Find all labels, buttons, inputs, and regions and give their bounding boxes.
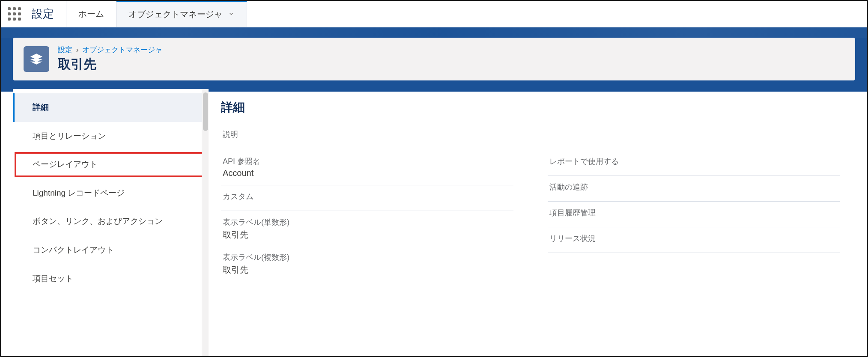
right-field-2: 項目履歴管理 xyxy=(548,202,840,227)
sidebar-item-2[interactable]: ページレイアウト xyxy=(13,150,205,179)
right-field-3: リリース状況 xyxy=(548,227,840,253)
breadcrumb: 設定 › オブジェクトマネージャ xyxy=(58,45,162,55)
blue-decorative-band xyxy=(1,27,867,38)
main-content: 詳細 説明 API 参照名Accountカスタム表示ラベル(単数形)取引先表示ラ… xyxy=(206,89,855,356)
header-text: 設定 › オブジェクトマネージャ 取引先 xyxy=(58,45,162,73)
scrollbar[interactable] xyxy=(202,89,209,356)
field-label: レポートで使用する xyxy=(549,156,838,167)
body: 詳細項目とリレーションページレイアウトLightning レコードページボタン、… xyxy=(1,89,867,356)
field-label: 活動の追跡 xyxy=(549,182,838,192)
sidebar-item-3[interactable]: Lightning レコードページ xyxy=(13,179,205,208)
scrollbar-thumb[interactable] xyxy=(203,92,208,131)
sidebar-item-6[interactable]: 項目セット xyxy=(13,265,205,293)
header-wrap: 設定 › オブジェクトマネージャ 取引先 xyxy=(1,38,867,80)
sidebar-item-5[interactable]: コンパクトレイアウト xyxy=(13,236,205,265)
field-label: 項目履歴管理 xyxy=(549,208,838,218)
breadcrumb-root[interactable]: 設定 xyxy=(58,46,72,54)
field-column-left: API 参照名Accountカスタム表示ラベル(単数形)取引先表示ラベル(複数形… xyxy=(221,150,513,281)
main-heading: 詳細 xyxy=(221,99,840,116)
field-label: API 参照名 xyxy=(223,156,512,167)
field-description: 説明 xyxy=(221,129,840,150)
left-field-2: 表示ラベル(単数形)取引先 xyxy=(221,211,513,246)
field-label: カスタム xyxy=(223,191,512,202)
left-field-0: API 参照名Account xyxy=(221,150,513,185)
page-header: 設定 › オブジェクトマネージャ 取引先 xyxy=(13,38,855,80)
blue-decorative-band-2 xyxy=(1,80,867,89)
page-title: 取引先 xyxy=(58,56,162,73)
field-label: 説明 xyxy=(223,129,838,140)
tab-label: ホーム xyxy=(78,8,104,20)
field-label: 表示ラベル(複数形) xyxy=(223,252,512,262)
right-field-1: 活動の追跡 xyxy=(548,176,840,202)
field-column-right: レポートで使用する活動の追跡項目履歴管理リリース状況 xyxy=(548,150,840,281)
top-nav: 設定 ホーム オブジェクトマネージャ xyxy=(1,1,867,27)
sidebar-item-4[interactable]: ボタン、リンク、およびアクション xyxy=(13,207,205,236)
field-grid: API 参照名Accountカスタム表示ラベル(単数形)取引先表示ラベル(複数形… xyxy=(221,150,840,281)
breadcrumb-second[interactable]: オブジェクトマネージャ xyxy=(82,46,162,54)
layers-icon xyxy=(29,52,44,66)
tab-home[interactable]: ホーム xyxy=(66,1,116,27)
field-label: 表示ラベル(単数形) xyxy=(223,217,512,227)
app-name: 設定 xyxy=(27,1,66,27)
object-icon xyxy=(24,46,49,72)
field-value: 取引先 xyxy=(223,264,512,276)
right-field-0: レポートで使用する xyxy=(548,150,840,176)
field-value: 取引先 xyxy=(223,229,512,241)
field-value: Account xyxy=(223,168,512,178)
waffle-icon xyxy=(8,7,21,21)
app-launcher-icon[interactable] xyxy=(1,1,27,27)
breadcrumb-separator: › xyxy=(76,46,79,54)
chevron-down-icon xyxy=(228,9,235,19)
sidebar-item-1[interactable]: 項目とリレーション xyxy=(13,122,205,151)
left-field-3: 表示ラベル(複数形)取引先 xyxy=(221,246,513,281)
tab-label: オブジェクトマネージャ xyxy=(128,9,223,20)
field-label: リリース状況 xyxy=(549,233,838,244)
left-field-1: カスタム xyxy=(221,185,513,211)
tab-object-manager[interactable]: オブジェクトマネージャ xyxy=(116,0,247,27)
sidebar-item-0[interactable]: 詳細 xyxy=(13,93,205,122)
sidebar: 詳細項目とリレーションページレイアウトLightning レコードページボタン、… xyxy=(13,89,206,356)
